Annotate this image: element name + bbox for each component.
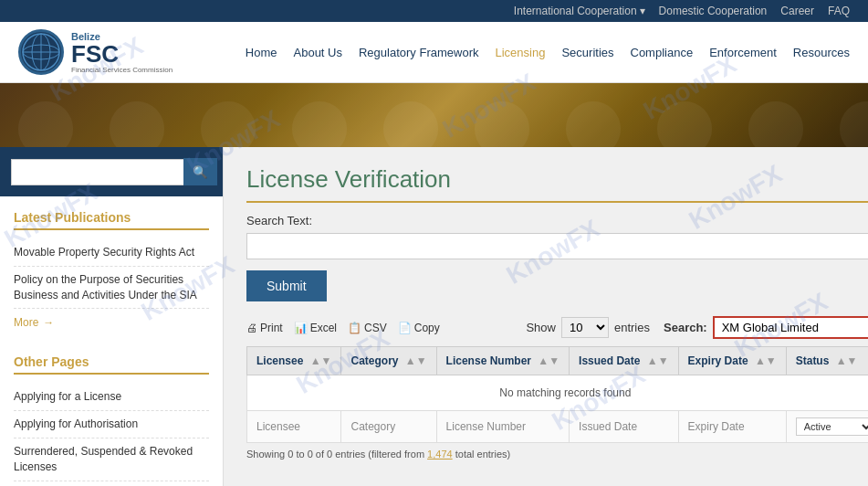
total-entries-link[interactable]: 1,474 [427,449,453,460]
logo-area: Belize FSC Financial Services Commission [18,29,173,75]
domestic-cooperation-link[interactable]: Domestic Cooperation [659,5,768,17]
table-footer-row: Licensee Category License Number Issued … [247,411,869,443]
footer-license-number: License Number [436,411,569,443]
faq-link[interactable]: FAQ [828,5,850,17]
sort-icon-status[interactable]: ▲▼ [836,354,858,367]
sidebar-link-apply-license[interactable]: Applying for a License [14,384,209,411]
footer-issued-date: Issued Date [570,411,678,443]
search-text-label: Search Text: [246,214,868,227]
nav-about[interactable]: About Us [294,46,342,59]
logo-globe [18,29,64,75]
col-category: Category ▲▼ [341,347,436,375]
chevron-down-icon: ▾ [640,5,645,17]
logo-sub: Financial Services Commission [71,66,173,74]
col-license-number: License Number ▲▼ [436,347,569,375]
sort-icon-issued-date[interactable]: ▲▼ [647,354,669,367]
csv-icon [348,322,361,334]
top-bar: International Cooperation ▾ Domestic Coo… [0,0,868,22]
action-buttons: Print Excel CSV Copy [246,322,440,334]
sidebar-link-licensed-providers[interactable]: Licensed Service Providers [14,481,209,486]
sidebar-search-area: 🔍 [0,147,223,196]
table-search-box: Search: [664,316,868,339]
nav-regulatory[interactable]: Regulatory Framework [359,46,479,59]
hero-banner [0,83,868,147]
sort-icon-license-number[interactable]: ▲▼ [538,354,559,367]
no-records-message: No matching records found [247,375,869,411]
arrow-icon: → [43,316,54,329]
license-search-input[interactable] [246,233,868,259]
search-button[interactable]: 🔍 [183,158,217,185]
license-table: Licensee ▲▼ Category ▲▼ License Number ▲… [246,346,868,443]
nav-home[interactable]: Home [246,46,277,59]
sidebar: 🔍 Latest Publications Movable Property S… [0,147,224,486]
sidebar-link-surrendered[interactable]: Surrendered, Suspended & Revoked License… [14,438,209,481]
nav-securities[interactable]: Securities [561,46,613,59]
latest-publications-section: Latest Publications Movable Property Sec… [0,196,223,341]
entries-select[interactable]: 10 25 50 100 [561,317,609,338]
sort-icon-licensee[interactable]: ▲▼ [310,354,332,367]
nav-enforcement[interactable]: Enforcement [709,46,777,59]
table-search-input[interactable] [713,316,868,339]
col-licensee: Licensee ▲▼ [247,347,341,375]
table-toolbar: Print Excel CSV Copy Show [246,316,868,339]
col-expiry-date: Expiry Date ▲▼ [678,347,786,375]
submit-button[interactable]: Submit [246,270,327,301]
show-entries: Show 10 25 50 100 entries [526,317,650,338]
footer-licensee: Licensee [247,411,341,443]
no-records-row: No matching records found [247,375,869,411]
search-icon: 🔍 [193,165,208,179]
sidebar-link-apply-auth[interactable]: Applying for Authorisation [14,411,209,438]
print-button[interactable]: Print [246,322,283,334]
search-input[interactable] [11,159,183,185]
main-content: License Verification Search Text: Submit… [224,147,868,486]
footer-status: Active Inactive Suspended Revoked [786,411,868,443]
intl-cooperation-link[interactable]: International Cooperation ▾ [514,5,645,17]
sort-icon-expiry-date[interactable]: ▲▼ [755,354,777,367]
excel-button[interactable]: Excel [294,322,337,334]
other-pages-title: Other Pages [14,354,209,375]
page-title: License Verification [246,165,868,203]
copy-icon [398,322,412,334]
table-header-row: Licensee ▲▼ Category ▲▼ License Number ▲… [247,347,869,375]
nav-licensing[interactable]: Licensing [495,46,545,59]
layout: 🔍 Latest Publications Movable Property S… [0,147,868,486]
logo-text: Belize FSC Financial Services Commission [71,31,173,74]
logo-fsc: FSC [71,42,173,66]
main-nav: Home About Us Regulatory Framework Licen… [246,46,850,59]
table-footer-info: Showing 0 to 0 of 0 entries (filtered fr… [246,449,868,460]
copy-button[interactable]: Copy [398,322,440,334]
print-icon [246,322,257,334]
sidebar-link-movable[interactable]: Movable Property Security Rights Act [14,239,209,267]
sidebar-more-link[interactable]: More → [14,316,209,329]
excel-icon [294,322,308,334]
sort-icon-category[interactable]: ▲▼ [405,354,427,367]
nav-resources[interactable]: Resources [793,46,850,59]
col-issued-date: Issued Date ▲▼ [570,347,678,375]
footer-category: Category [341,411,436,443]
csv-button[interactable]: CSV [348,322,387,334]
header: Belize FSC Financial Services Commission… [0,22,868,83]
status-select[interactable]: Active Inactive Suspended Revoked [796,417,868,436]
footer-expiry-date: Expiry Date [678,411,786,443]
col-status: Status ▲▼ [786,347,868,375]
latest-publications-title: Latest Publications [14,210,209,230]
career-link[interactable]: Career [780,5,814,17]
nav-compliance[interactable]: Compliance [631,46,694,59]
sidebar-link-policy[interactable]: Policy on the Purpose of Securities Busi… [14,267,209,310]
other-pages-section: Other Pages Applying for a License Apply… [0,341,223,486]
